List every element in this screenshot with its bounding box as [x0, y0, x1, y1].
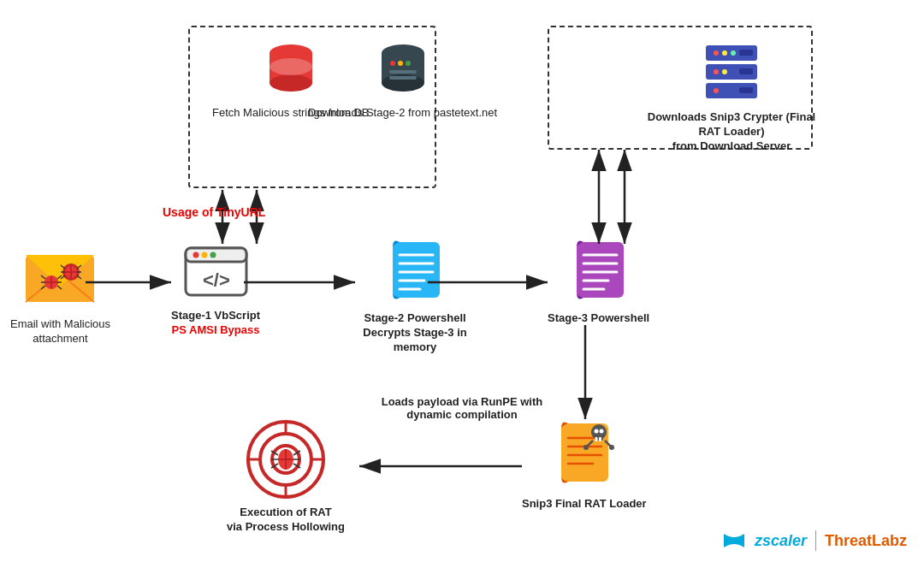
logo-divider: [815, 530, 816, 551]
arrows-svg: [0, 0, 924, 568]
threatlabz-text: ThreatLabz: [825, 532, 907, 550]
diagram-container: Fetch Malicious strings from DB Download…: [0, 0, 924, 568]
zscaler-icon: [722, 529, 746, 553]
zscaler-text: zscaler: [755, 532, 807, 550]
logo-area: zscaler ThreatLabz: [722, 529, 907, 553]
runpe-label: Loads payload via RunPE with dynamic com…: [376, 395, 548, 421]
tinyurl-label: Usage of TinyURL: [163, 205, 265, 219]
